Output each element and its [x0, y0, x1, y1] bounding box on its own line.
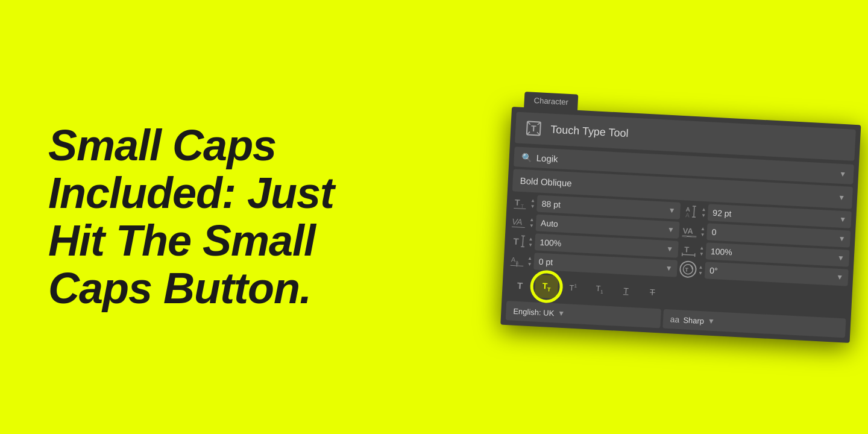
svg-line-23	[523, 236, 523, 247]
svg-text:T: T	[684, 245, 690, 254]
leading-stepper[interactable]: ▲▼	[701, 206, 706, 218]
size-stepper[interactable]: ▲▼	[530, 197, 535, 209]
aa-label: aa	[670, 314, 679, 324]
svg-line-33	[517, 261, 517, 267]
headline-line3: Just	[247, 169, 334, 217]
ttt-label: Touch Type Tool	[550, 123, 629, 140]
font-family-dropdown-arrow: ▼	[839, 169, 847, 178]
headline-line4: Hit The Small	[48, 216, 315, 265]
horiz-scale-icon: T	[681, 243, 698, 257]
language-value: English: UK	[513, 306, 555, 318]
touch-type-tool-icon: T	[524, 118, 544, 139]
vert-scale-value: 100%	[539, 237, 664, 254]
headline-text: Small Caps Included: Just Hit The Small …	[48, 122, 334, 313]
kerning-value: Auto	[541, 218, 665, 234]
svg-line-16	[512, 227, 525, 227]
svg-text:VA: VA	[682, 226, 693, 236]
tracking-stepper[interactable]: ▲▼	[700, 225, 705, 237]
svg-line-8	[514, 208, 526, 209]
vert-scale-stepper[interactable]: ▲▼	[528, 236, 533, 247]
small-caps-button[interactable]: TT	[535, 275, 559, 299]
baseline-stepper[interactable]: ▲▼	[527, 255, 532, 266]
search-icon: 🔍	[521, 152, 532, 162]
underline-button[interactable]: T	[614, 278, 638, 303]
right-section: Character T Touch Type Tool	[434, 0, 868, 434]
rotation-stepper[interactable]: ▲▼	[698, 264, 703, 275]
svg-text:T: T	[513, 236, 519, 246]
leading-value: 92 pt	[712, 208, 837, 224]
svg-line-27	[682, 254, 695, 255]
svg-text:T: T	[514, 198, 520, 207]
headline-line1: Small Caps	[48, 121, 276, 169]
sharp-value: Sharp	[683, 315, 704, 326]
svg-text:a: a	[515, 260, 519, 266]
svg-line-11	[694, 206, 694, 217]
size-value: 88 pt	[541, 199, 666, 215]
panel-wrapper: Character T Touch Type Tool	[500, 91, 862, 343]
kerning-stepper[interactable]: ▲▼	[529, 216, 535, 228]
all-caps-button[interactable]: T	[508, 273, 532, 297]
horiz-scale-stepper[interactable]: ▲▼	[699, 245, 705, 256]
rotation-value: 0°	[709, 266, 834, 282]
svg-line-18	[682, 236, 696, 236]
font-size-icon: T T	[511, 195, 529, 209]
panel-tab-label: Character	[533, 96, 568, 107]
left-section: Small Caps Included: Just Hit The Small …	[0, 0, 434, 434]
svg-text:T: T	[531, 124, 537, 133]
horiz-scale-value: 100%	[711, 247, 835, 263]
baseline-icon: A a	[508, 253, 526, 267]
leading-icon: A A	[682, 204, 700, 218]
kerning-icon: V A	[511, 215, 528, 228]
svg-text:A: A	[685, 212, 690, 218]
subscript-button[interactable]: T1	[588, 277, 612, 301]
font-style-dropdown-arrow: ▼	[838, 193, 846, 202]
tracking-value: 0	[711, 227, 836, 244]
headline-line5: Caps Button.	[48, 264, 311, 312]
superscript-button[interactable]: T1	[561, 276, 585, 300]
baseline-value: 0 pt	[538, 257, 663, 273]
strikethrough-button[interactable]: T	[640, 280, 664, 304]
vert-scale-icon: T	[509, 234, 527, 248]
headline-line2: Included:	[48, 169, 236, 217]
tracking-icon: VA	[681, 224, 699, 237]
rotation-icon: T	[679, 260, 697, 278]
character-panel: T Touch Type Tool 🔍 Logik ▼ Bold Oblique	[500, 107, 861, 343]
svg-text:T: T	[685, 266, 689, 272]
font-style-value: Bold Oblique	[520, 175, 572, 188]
svg-text:A: A	[516, 217, 523, 227]
panel-tab[interactable]: Character	[524, 92, 578, 111]
